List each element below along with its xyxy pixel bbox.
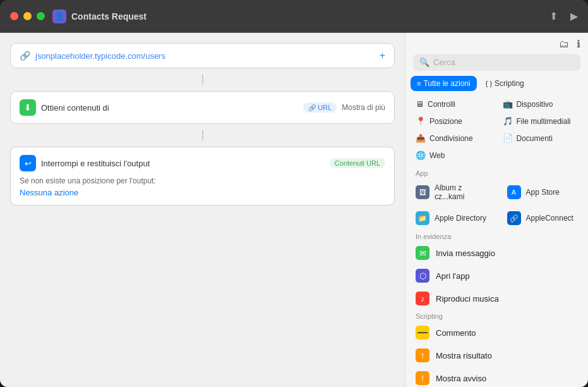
album-icon: 🖼 (416, 185, 429, 199)
app-item-appledir[interactable]: 📁 Apple Directory (405, 207, 497, 229)
filter-documents[interactable]: 📄 Documenti (498, 130, 584, 146)
list-item-commento[interactable]: — Commento (405, 321, 588, 344)
search-input[interactable] (433, 58, 574, 67)
web-icon: 🌐 (416, 150, 426, 160)
tab-scripting[interactable]: { } Scripting (479, 76, 531, 91)
section-label-inevidenza: In evidenza (405, 230, 588, 242)
window-title: Contacts Request (71, 11, 549, 22)
left-panel: 🔗 jsonplaceholder.typicode.com/users + ⬇… (0, 33, 405, 387)
action-tag-content: Contenuti URL (330, 158, 385, 168)
app-item-appleconnect[interactable]: 🔗 AppleConnect (497, 207, 589, 229)
url-add-button[interactable]: + (380, 50, 385, 61)
action-header-1: ⬇ Ottieni contenuti di 🔗 URL Mostra di p… (20, 99, 385, 116)
app-row-2: 📁 Apple Directory 🔗 AppleConnect (405, 206, 588, 230)
filter-media[interactable]: 🎵 File multimediali (498, 113, 584, 129)
info-icon[interactable]: ℹ (577, 38, 580, 50)
mostra-avv-icon: ! (416, 371, 429, 385)
app-item-album[interactable]: 🖼 Album z cz...kami (405, 180, 497, 205)
documents-icon: 📄 (503, 133, 513, 143)
action-header-2: ↩ Interrompi e restituisci l'output Cont… (20, 155, 385, 171)
appledir-icon: 📁 (416, 211, 429, 225)
action-block-1: ⬇ Ottieni contenuti di 🔗 URL Mostra di p… (10, 91, 395, 124)
link-icon: 🔗 (20, 51, 30, 61)
action-icon-2: ↩ (20, 155, 36, 171)
filter-grid: 🖥 Controlli 📺 Dispositivo 📍 Posizione 🎵 … (405, 96, 588, 163)
action-label-2: Interrompi e restituisci l'output (41, 159, 325, 168)
tag-link-icon: 🔗 (308, 104, 316, 111)
list-item-apri-app[interactable]: ⬡ Apri l'app (405, 264, 588, 287)
action-block-2: ↩ Interrompi e restituisci l'output Cont… (10, 147, 395, 206)
share-icon[interactable]: ⬆︎ (549, 10, 558, 22)
no-action-description: Se non esiste una posizione per l'output… (20, 176, 385, 185)
titlebar: 👤 Contacts Request ⬆︎ ▶ (0, 0, 588, 33)
app-icon: 👤 (52, 9, 66, 23)
list-item-mostra-ris[interactable]: ! Mostra risultato (405, 344, 588, 367)
all-actions-icon: ≡ (417, 80, 421, 87)
position-icon: 📍 (416, 116, 426, 126)
filter-web[interactable]: 🌐 Web (411, 147, 496, 163)
apri-app-icon: ⬡ (416, 269, 429, 283)
right-header: 🗂 ℹ (405, 33, 588, 50)
mostra-ris-icon: ! (416, 348, 429, 362)
section-label-scripting: Scripting (405, 310, 588, 321)
traffic-lights (10, 12, 45, 20)
filter-tabs: ≡ Tutte le azioni { } Scripting (405, 76, 588, 91)
list-item-mostra-avv[interactable]: ! Mostra avviso (405, 367, 588, 387)
appleconnect-icon: 🔗 (507, 211, 521, 225)
app-item-appstore[interactable]: A App Store (497, 180, 589, 205)
filter-position[interactable]: 📍 Posizione (411, 113, 496, 129)
url-text[interactable]: jsonplaceholder.typicode.com/users (35, 51, 375, 61)
play-icon[interactable]: ▶ (570, 10, 578, 22)
right-panel: 🗂 ℹ 🔍 ≡ Tutte le azioni { } Scripting (405, 33, 588, 387)
search-bar[interactable]: 🔍 (413, 54, 580, 71)
maximize-button[interactable] (37, 12, 45, 20)
appstore-icon: A (507, 185, 521, 199)
controls-icon: 🖥 (416, 99, 424, 109)
mostra-piu-link[interactable]: Mostra di più (342, 103, 385, 112)
media-icon: 🎵 (503, 116, 513, 126)
app-row-1: 🖼 Album z cz...kami A App Store (405, 178, 588, 206)
no-action-section: Se non esiste una posizione per l'output… (20, 176, 385, 197)
scripting-icon: { } (486, 80, 492, 87)
action-label-1: Ottieni contenuti di (41, 103, 298, 113)
list-item-invia-msg[interactable]: ✉ Invia messaggio (405, 242, 588, 264)
riproduci-icon: ♪ (416, 292, 429, 305)
action-icon-1: ⬇ (20, 99, 36, 116)
no-action-link[interactable]: Nessuna azione (20, 188, 385, 197)
device-icon: 📺 (503, 99, 513, 109)
content-area: 🔗 jsonplaceholder.typicode.com/users + ⬇… (0, 33, 588, 387)
section-label-app: App (405, 167, 588, 178)
library-icon[interactable]: 🗂 (559, 39, 569, 50)
filter-controls[interactable]: 🖥 Controlli (411, 96, 496, 112)
right-list: App 🖼 Album z cz...kami A App Store 📁 Ap… (405, 167, 588, 387)
filter-device[interactable]: 📺 Dispositivo (498, 96, 584, 112)
action-tag-url: 🔗 URL (303, 102, 337, 113)
minimize-button[interactable] (23, 12, 32, 20)
close-button[interactable] (10, 12, 18, 20)
invia-msg-icon: ✉ (416, 246, 429, 260)
commento-icon: — (416, 326, 429, 340)
url-bar: 🔗 jsonplaceholder.typicode.com/users + (10, 43, 395, 68)
divider-2 (202, 130, 203, 140)
search-icon: 🔍 (419, 58, 429, 67)
filter-share[interactable]: 📤 Condivisione (411, 130, 496, 146)
titlebar-actions: ⬆︎ ▶ (549, 10, 578, 22)
divider-1 (202, 75, 203, 85)
tab-all-actions[interactable]: ≡ Tutte le azioni (411, 76, 477, 91)
main-window: 👤 Contacts Request ⬆︎ ▶ 🔗 jsonplaceholde… (0, 0, 588, 387)
share-filter-icon: 📤 (416, 133, 426, 143)
list-item-riproduci[interactable]: ♪ Riproduci musica (405, 287, 588, 310)
